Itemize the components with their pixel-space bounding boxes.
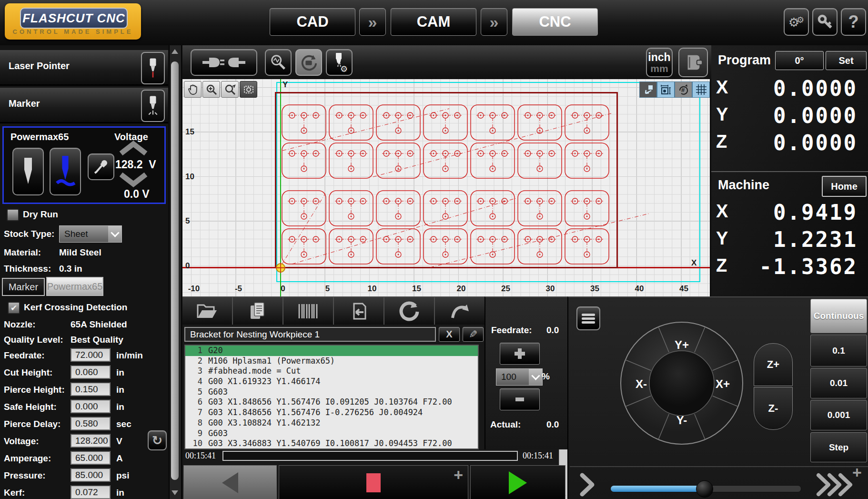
jump-to-line-button[interactable] <box>435 297 484 325</box>
stop-plus-icon[interactable]: + <box>454 466 463 484</box>
stock-view-button[interactable] <box>678 48 708 77</box>
gcode-line[interactable]: 4 G00 X1.619323 Y1.466174 <box>185 377 478 387</box>
home-button[interactable]: Home <box>822 176 867 197</box>
parameter-input[interactable]: 0.150 <box>71 382 111 396</box>
torch-setup-button[interactable]: ⚙ <box>326 49 353 76</box>
jog-x-plus-label[interactable]: X+ <box>716 377 730 390</box>
gcode-line[interactable]: 6 G03 X1.848656 Y1.567476 I0.091205 J0.1… <box>185 397 478 407</box>
dry-run-checkbox[interactable] <box>7 209 19 221</box>
cad-to-cam-chevron-icon[interactable]: » <box>359 8 386 36</box>
voltage-refresh-button[interactable]: ↻ <box>148 430 167 450</box>
program-zero-button[interactable]: # <box>675 81 692 98</box>
jog-z-plus-button[interactable]: Z+ <box>754 343 793 386</box>
cam-to-cnc-chevron-icon[interactable]: » <box>481 8 507 36</box>
parameter-input[interactable]: 0.072 <box>71 485 111 499</box>
copy-program-button[interactable] <box>233 297 283 325</box>
reset-program-button[interactable] <box>384 297 435 325</box>
rotate-zero-button[interactable]: 0° <box>775 51 824 70</box>
stock-type-select[interactable]: Sheet <box>59 225 122 243</box>
jog-step-button[interactable]: Step <box>810 432 867 462</box>
tab-powermax65-tool-active[interactable]: Powermax65 <box>46 277 103 296</box>
tab-cam[interactable]: CAM <box>391 8 476 36</box>
parameter-input[interactable]: 0.000 <box>71 399 111 413</box>
parameter-input[interactable]: 0.060 <box>71 365 111 379</box>
scroll-up-icon[interactable] <box>172 49 178 54</box>
unit-toggle-button[interactable]: inch mm <box>646 48 673 77</box>
gcode-line[interactable]: 1 G20 <box>185 346 478 356</box>
scrollbar-thumb[interactable] <box>171 61 179 480</box>
jog-menu-button[interactable] <box>576 306 600 330</box>
import-program-button[interactable] <box>334 297 384 325</box>
torch-idle-button[interactable] <box>12 148 44 195</box>
tab-cad[interactable]: CAD <box>270 8 355 36</box>
parameter-label: Feedrate: <box>4 350 45 361</box>
jog-step-button[interactable]: Continuous <box>810 299 867 333</box>
toolpath-viewport[interactable]: Y X -10-5051015202530354045 151050 <box>182 79 710 296</box>
parameter-input[interactable]: 65.000 <box>71 451 111 465</box>
help-button[interactable]: ? <box>841 8 866 36</box>
vertical-scrollbar[interactable] <box>169 45 182 499</box>
parameter-input[interactable]: 0.580 <box>71 417 111 430</box>
connect-controller-button[interactable] <box>191 49 257 76</box>
gcode-line[interactable]: 2 M106 Hplasma1 (Powermax65) <box>185 356 478 367</box>
kerf-crossing-checkbox[interactable]: ✔ <box>8 302 20 314</box>
feed-override-select[interactable]: 100 <box>496 368 543 386</box>
gcode-line[interactable]: 11 G03 X3.346883 Y1.540769 I-0.274402 J0… <box>185 449 478 449</box>
x-axis-tick: -5 <box>235 284 242 294</box>
jog-x-minus-label[interactable]: X- <box>636 377 647 390</box>
jog-step-button[interactable]: 0.001 <box>810 400 867 430</box>
program-name-field[interactable]: Bracket for Nesting Workpiece 1 <box>184 327 436 342</box>
jog-speed-knob[interactable] <box>696 480 713 498</box>
grid-toggle-button[interactable] <box>692 81 710 98</box>
jog-speed-plus-icon[interactable]: + <box>852 463 862 482</box>
jog-step-button[interactable]: 0.01 <box>810 368 867 398</box>
voltage-down-icon[interactable] <box>118 172 149 188</box>
fit-view-button[interactable] <box>639 81 657 98</box>
scroll-down-icon[interactable] <box>172 490 178 495</box>
open-file-button[interactable] <box>182 297 233 325</box>
laser-pointer-button[interactable] <box>141 52 165 84</box>
jog-step-button[interactable]: 0.1 <box>810 335 867 367</box>
zoom-in-tool-button[interactable] <box>202 81 220 98</box>
gcode-line[interactable]: 10 G03 X3.346883 Y1.540769 I0.100817 J0.… <box>185 438 478 449</box>
gcode-listing[interactable]: 1 G20 2 M106 Hplasma1 (Powermax65) 3 #fa… <box>184 345 479 449</box>
parameter-input[interactable]: 85.000 <box>71 468 111 482</box>
torch-cutting-button[interactable] <box>50 148 81 195</box>
jog-z-minus-button[interactable]: Z- <box>754 387 793 430</box>
tab-marker-tool[interactable]: Marker <box>2 278 45 296</box>
diagnostics-button[interactable] <box>265 49 292 76</box>
sample-voltage-button[interactable] <box>88 153 114 180</box>
gcode-line[interactable]: 3 #fabhead.mode = Cut <box>185 366 478 377</box>
voltage-up-icon[interactable] <box>118 140 149 156</box>
jog-speed-slider[interactable] <box>610 485 801 492</box>
set-position-button[interactable]: Set <box>826 51 867 70</box>
gcode-line[interactable]: 8 G00 X3.108824 Y1.462132 <box>185 418 478 428</box>
step-back-button[interactable] <box>183 465 277 499</box>
jog-y-plus-label[interactable]: Y+ <box>675 338 689 351</box>
reset-machine-button[interactable] <box>295 49 322 76</box>
edit-program-button[interactable]: ✎ <box>463 327 484 342</box>
gcode-line[interactable]: 7 G03 X1.848656 Y1.567476 I-0.276256 J0.… <box>185 407 478 418</box>
marker-button[interactable] <box>141 90 165 122</box>
jog-wheel[interactable]: Y+ X- X+ Y- <box>615 316 748 450</box>
jog-speed-fast-icon[interactable] <box>816 473 853 497</box>
close-program-button[interactable]: X <box>439 327 460 342</box>
zoom-window-tool-button-pressed[interactable] <box>240 81 257 98</box>
jog-speed-slow-icon[interactable] <box>580 473 595 497</box>
stop-button[interactable]: + <box>279 465 468 499</box>
feed-override-down-button[interactable] <box>500 388 540 410</box>
license-button[interactable] <box>812 8 838 36</box>
gcode-line[interactable]: 5 G603 <box>185 387 478 397</box>
workpiece-dimensions-button[interactable] <box>657 81 675 98</box>
jog-y-minus-label[interactable]: Y- <box>676 414 687 427</box>
settings-button[interactable]: ⚙⚙ <box>784 8 809 36</box>
pan-tool-button[interactable] <box>184 81 202 98</box>
barcode-button[interactable] <box>283 297 334 325</box>
tab-cnc-active[interactable]: CNC <box>512 8 598 36</box>
feed-override-up-button[interactable] <box>500 343 540 365</box>
zoom-extents-tool-button[interactable] <box>221 81 239 98</box>
gcode-line[interactable]: 9 G603 <box>185 428 478 439</box>
parameter-input[interactable]: 72.000 <box>71 348 111 362</box>
parameter-input[interactable]: 128.200 <box>71 434 111 448</box>
play-button[interactable] <box>470 465 565 499</box>
